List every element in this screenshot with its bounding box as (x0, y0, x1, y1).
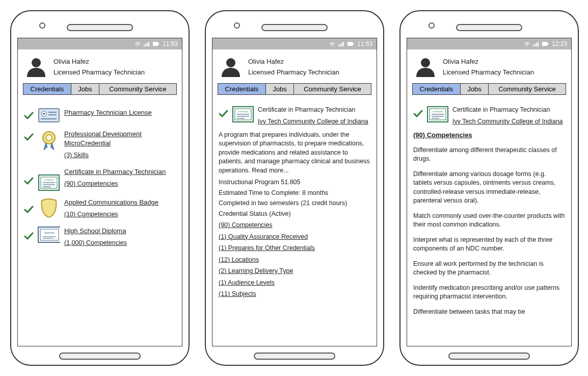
battery-icon (153, 41, 159, 47)
status-bar: 11:53 (212, 38, 377, 49)
detail-link[interactable]: (1) Quality Assurance Received (219, 233, 370, 242)
credential-title: Applied Communications Badge (64, 198, 176, 207)
tab-jobs[interactable]: Jobs (71, 83, 99, 95)
tab-credentials[interactable]: Credentials (218, 83, 266, 95)
status-line: Credential Status (Active) (219, 210, 370, 219)
check-icon (24, 232, 34, 240)
avatar-icon (220, 57, 242, 78)
credential-row[interactable]: Professional Development MicroCredential… (24, 130, 176, 160)
signal-icon (338, 41, 344, 47)
avatar-icon (25, 57, 47, 78)
tab-community[interactable]: Community Service (99, 83, 177, 95)
status-time: 11:53 (163, 40, 178, 47)
tab-jobs[interactable]: Jobs (461, 83, 489, 95)
phone-frame-3: 12:23 Olivia Hafez Licensed Pharmacy Tec… (399, 10, 579, 366)
credential-detail: Certificate in Pharmacy Technician Ivy T… (212, 98, 377, 346)
competencies-view: Certificate in Pharmacy Technician Ivy T… (407, 98, 571, 346)
status-bar: 11:53 (18, 38, 182, 49)
ribbon-icon (39, 130, 59, 151)
phone-frame-1: 11:53 Olivia Hafez Licensed Pharmacy Tec… (10, 10, 190, 366)
check-icon (24, 205, 34, 214)
detail-link[interactable]: (11) Subjects (219, 290, 370, 299)
home-bar (59, 353, 141, 360)
credential-row[interactable]: Pharmacy Technician License (24, 108, 176, 122)
tab-community[interactable]: Community Service (294, 83, 371, 95)
competency-item: Match commonly used over-the-counter pro… (413, 212, 565, 230)
camera-dot (234, 22, 240, 29)
credential-title: Pharmacy Technician License (64, 108, 176, 117)
detail-link[interactable]: (12) Locations (219, 256, 370, 265)
detail-link[interactable]: (1) Audience Levels (219, 279, 370, 288)
institution-link[interactable]: Ivy Tech Community College of Indiana (452, 117, 563, 127)
status-time: 11:53 (357, 40, 372, 47)
check-icon (24, 111, 34, 120)
certificate-icon (427, 106, 448, 122)
profile-title: Licensed Pharmacy Technician (248, 67, 339, 78)
credential-row[interactable]: Certificate in Pharmacy Technician (90) … (24, 167, 176, 191)
program-line: Instructional Program 51.805 (219, 178, 370, 187)
credential-title: Certificate in Pharmacy Technician (64, 167, 176, 177)
phone-bottom (400, 353, 578, 360)
speaker-slot (67, 24, 133, 31)
tab-credentials[interactable]: Credentials (412, 83, 461, 95)
credentials-list: Pharmacy Technician License Professional… (18, 98, 182, 346)
profile-header: Olivia Hafez Licensed Pharmacy Technicia… (18, 49, 182, 83)
credential-title: High School Diploma (64, 227, 176, 236)
credential-sub: (3) Skills (64, 151, 176, 160)
wifi-icon (135, 41, 141, 47)
certificate-icon (232, 106, 254, 122)
status-bar: 12:23 (407, 38, 571, 49)
profile-header: Olivia Hafez Licensed Pharmacy Technicia… (212, 49, 377, 83)
profile-name: Olivia Hafez (248, 57, 339, 67)
profile-name: Olivia Hafez (54, 57, 145, 67)
tabs: Credentials Jobs Community Service (412, 83, 566, 95)
competencies-header[interactable]: (90) Competencies (413, 131, 565, 140)
signal-icon (144, 41, 150, 47)
completed-line: Completed in two semesters (21 credit ho… (219, 199, 370, 208)
tab-credentials[interactable]: Credentials (23, 83, 71, 95)
license-icon (38, 108, 60, 122)
battery-icon (348, 41, 354, 47)
status-time: 12:23 (552, 40, 567, 47)
institution-link[interactable]: Ivy Tech Community College of Indiana (258, 117, 368, 127)
check-icon (24, 133, 34, 141)
credential-title: Professional Development MicroCredential (64, 130, 176, 148)
phone-bottom (206, 353, 383, 360)
detail-header: Certificate in Pharmacy Technician Ivy T… (413, 105, 565, 127)
competency-item: Interpret what is represented by each of… (413, 236, 565, 254)
credential-sub: (10) Competencies (64, 210, 176, 219)
check-icon (413, 109, 423, 118)
shield-icon (39, 198, 59, 218)
tabs: Credentials Jobs Community Service (218, 83, 371, 95)
screen: 12:23 Olivia Hafez Licensed Pharmacy Tec… (407, 38, 572, 346)
detail-link[interactable]: (90) Competencies (219, 221, 370, 230)
detail-link[interactable]: (1) Prepares for Other Credentials (219, 244, 370, 253)
camera-dot (39, 22, 45, 29)
description: A program that prepares individuals, und… (219, 131, 370, 176)
speaker-slot (261, 24, 328, 31)
wifi-icon (329, 41, 335, 47)
time-line: Estimated Time to Complete: 8 months (219, 189, 370, 198)
cert-title: Certificate in Pharmacy Technician (452, 106, 550, 113)
profile-title: Licensed Pharmacy Technician (54, 67, 145, 78)
phone-frame-2: 11:53 Olivia Hafez Licensed Pharmacy Tec… (205, 10, 384, 366)
detail-link[interactable]: (2) Learning Delivery Type (219, 267, 370, 276)
profile-title: Licensed Pharmacy Technician (443, 67, 534, 78)
home-bar (448, 353, 530, 360)
speaker-slot (456, 24, 522, 31)
cert-title: Certificate in Pharmacy Technician (258, 106, 356, 113)
competency-item: Differentiate between tasks that may be (413, 308, 565, 317)
credential-row[interactable]: High School Diploma (1,000) Competencies (24, 227, 176, 248)
detail-header: Certificate in Pharmacy Technician Ivy T… (219, 105, 370, 127)
home-bar (254, 353, 335, 360)
diploma-icon (38, 227, 60, 243)
signal-icon (533, 41, 539, 47)
tab-jobs[interactable]: Jobs (266, 83, 294, 95)
credential-row[interactable]: Applied Communications Badge (10) Compet… (24, 198, 176, 219)
competency-item: Indentify medication prescribing and/or … (413, 284, 565, 302)
wifi-icon (524, 41, 530, 47)
profile-name: Olivia Hafez (443, 57, 534, 67)
competency-item: Ensure all work performed by the technic… (413, 260, 565, 278)
detail-links: (90) Competencies (1) Quality Assurance … (219, 221, 370, 299)
tab-community[interactable]: Community Service (489, 83, 566, 95)
